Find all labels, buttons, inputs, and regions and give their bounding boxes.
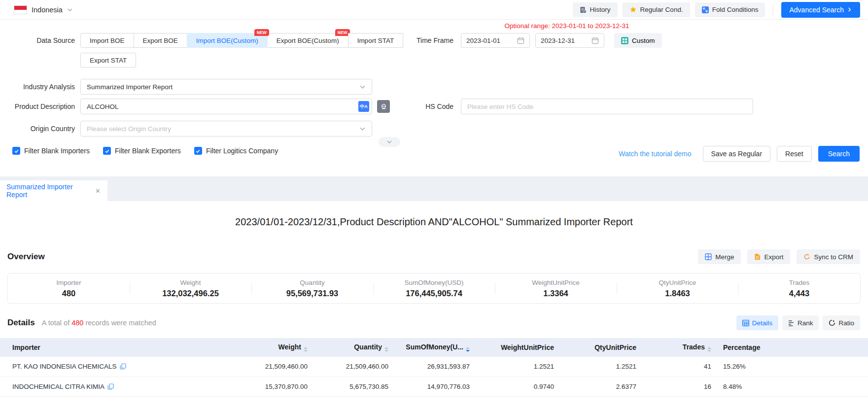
history-icon: [580, 6, 587, 13]
sync-icon: [803, 253, 810, 260]
report-title: 2023/01/01-2023/12/31,Product Descriptio…: [0, 216, 868, 228]
view-details-button[interactable]: Details: [736, 315, 778, 330]
close-icon[interactable]: ✕: [95, 187, 101, 195]
quantity-cell: 5,675,730.85: [313, 377, 394, 396]
sort-icon-active[interactable]: [466, 347, 470, 352]
importer-name-cell[interactable]: PT. KAO INDONESIA CHEMICALS: [0, 357, 232, 377]
fold-icon: [702, 6, 709, 13]
product-description-wrap: 中A: [80, 99, 372, 114]
tab-export-boe[interactable]: Export BOE: [134, 33, 187, 48]
table-header: Importer Weight Quantity SumOfMoney(U...…: [0, 338, 868, 357]
country-selector[interactable]: Indonesia: [14, 5, 73, 14]
quantity-cell: 21,509,460.00: [313, 357, 394, 377]
chevron-down-icon: [359, 126, 366, 132]
product-description-input[interactable]: [80, 99, 372, 114]
overview-heading: Overview: [7, 252, 45, 262]
origin-country-select[interactable]: Please select Origin Country: [80, 121, 372, 137]
qty-unit-price-cell: 2.6377: [560, 377, 642, 396]
col-weight[interactable]: Weight: [232, 338, 313, 357]
col-sum-of-money[interactable]: SumOfMoney(U...: [394, 338, 476, 357]
regular-cond-button[interactable]: Regular Cond.: [623, 2, 690, 17]
date-from-input[interactable]: 2023-01-01: [461, 33, 530, 48]
filter-blank-importers-checkbox[interactable]: Filter Blank Importers: [12, 147, 90, 155]
col-quantity[interactable]: Quantity: [313, 338, 394, 357]
matched-count: 480: [69, 319, 85, 327]
optional-range-hint: Optional range: 2023-01-01 to 2023-12-31: [461, 22, 673, 30]
view-ratio-button[interactable]: Ratio: [823, 315, 860, 330]
history-button[interactable]: History: [573, 2, 618, 17]
save-as-regular-button[interactable]: Save as Regular: [703, 146, 771, 162]
col-trades[interactable]: Trades: [642, 338, 717, 357]
translate-icon[interactable]: 中A: [358, 101, 369, 112]
sum-of-money-cell: 26,931,593.87: [394, 357, 476, 377]
trades-cell: 41: [642, 357, 717, 377]
fuzzy-match-button[interactable]: [377, 100, 390, 113]
col-importer[interactable]: Importer: [0, 338, 232, 357]
stat-weight: Weight 132,032,496.25: [130, 279, 251, 298]
tab-export-stat[interactable]: Export STAT: [80, 53, 136, 68]
tab-import-stat[interactable]: Import STAT: [348, 33, 404, 48]
filter-checkboxes: Filter Blank Importers Filter Blank Expo…: [12, 147, 278, 155]
custom-grid-icon: [621, 37, 628, 44]
sort-icon[interactable]: [304, 347, 308, 352]
stat-trades: Trades 4,443: [738, 279, 860, 298]
calendar-icon: [517, 37, 524, 44]
time-frame-label: Time Frame: [414, 36, 453, 44]
filter-blank-exporters-checkbox[interactable]: Filter Blank Exporters: [103, 147, 181, 155]
tutorial-demo-link[interactable]: Watch the tutorial demo: [619, 150, 691, 158]
stat-qty-unit-price: QtyUnitPrice 1.8463: [617, 279, 738, 298]
collapse-conditions-button[interactable]: [379, 137, 400, 147]
tab-import-boe-custom[interactable]: Import BOE(Custom) NEW: [187, 33, 268, 48]
view-switcher: Details Rank Ratio: [736, 315, 860, 330]
export-button[interactable]: Export: [747, 249, 790, 264]
view-rank-button[interactable]: Rank: [782, 315, 819, 330]
date-to-input[interactable]: 2023-12-31: [535, 33, 604, 48]
col-percentage[interactable]: Percentage: [717, 338, 868, 357]
rank-icon: [788, 320, 795, 326]
industry-analysis-label: Industry Analysis: [0, 83, 75, 91]
search-button[interactable]: Search: [818, 146, 860, 162]
hs-code-input[interactable]: [461, 99, 753, 114]
form-actions: Watch the tutorial demo Save as Regular …: [619, 146, 860, 162]
stat-quantity: Quantity 95,569,731.93: [251, 279, 373, 298]
sync-to-crm-button[interactable]: Sync to CRM: [797, 249, 860, 264]
weight-unit-price-cell: 1.2521: [476, 357, 560, 377]
country-name: Indonesia: [32, 6, 63, 14]
col-qty-unit-price[interactable]: QtyUnitPrice: [560, 338, 642, 357]
indonesia-flag-icon: [14, 5, 27, 14]
divider: [773, 5, 773, 15]
data-source-tabs: Import BOE Export BOE Import BOE(Custom)…: [80, 33, 403, 48]
tab-summarized-importer-report[interactable]: Summarized Importer Report ✕: [0, 180, 107, 201]
percentage-cell: 8.48%: [717, 377, 868, 396]
tab-export-boe-custom[interactable]: Export BOE(Custom) NEW: [267, 33, 348, 48]
chevron-down-icon: [359, 84, 366, 90]
chevron-down-icon: [67, 7, 73, 13]
overview-header: Overview Merge Export Sync to CRM: [7, 249, 860, 264]
star-icon: [629, 6, 637, 13]
copy-icon[interactable]: [120, 363, 126, 370]
weight-unit-price-cell: 0.9740: [476, 377, 560, 396]
industry-analysis-select[interactable]: Summarized Importer Report: [80, 79, 372, 95]
importer-name-cell[interactable]: INDOCHEMICAL CITRA KIMIA: [0, 377, 232, 396]
data-source-label: Data Source: [0, 36, 75, 44]
chevron-down-icon: [386, 139, 392, 145]
filter-logistics-company-checkbox[interactable]: Filter Logitics Company: [194, 147, 278, 155]
table-row: INDOCHEMICAL CITRA KIMIA 15,370,870.00 5…: [0, 377, 868, 396]
tab-import-boe[interactable]: Import BOE: [80, 33, 134, 48]
details-heading: Details: [7, 318, 35, 328]
origin-country-label: Origin Country: [0, 125, 75, 133]
copy-icon[interactable]: [107, 383, 114, 390]
custom-range-button[interactable]: Custom: [614, 33, 662, 48]
qty-unit-price-cell: 1.2521: [560, 357, 642, 377]
reset-button[interactable]: Reset: [777, 146, 812, 162]
col-weight-unit-price[interactable]: WeightUnitPrice: [476, 338, 560, 357]
merge-button[interactable]: Merge: [698, 249, 741, 264]
percentage-cell: 15.26%: [717, 357, 868, 377]
checkbox-checked-icon: [12, 147, 20, 155]
sort-icon[interactable]: [707, 347, 711, 352]
sort-icon[interactable]: [384, 347, 388, 352]
advanced-search-button[interactable]: Advanced Search: [781, 2, 860, 18]
fold-conditions-button[interactable]: Fold Conditions: [695, 2, 765, 17]
stat-weight-unit-price: WeightUnitPrice 1.3364: [495, 279, 617, 298]
trades-cell: 16: [642, 377, 717, 396]
